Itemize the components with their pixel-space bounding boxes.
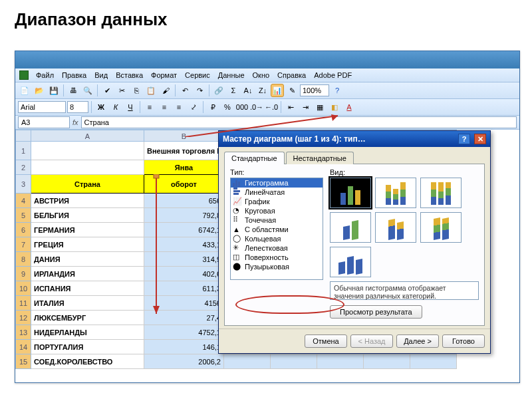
currency-button[interactable]: ₽ — [206, 100, 219, 114]
percent-button[interactable]: % — [221, 100, 234, 114]
cell[interactable] — [364, 354, 410, 369]
font-color-button[interactable]: A — [342, 100, 356, 114]
subtype-3d-100stacked[interactable] — [420, 212, 462, 243]
menu-adobepdf[interactable]: Adobe PDF — [311, 70, 355, 80]
italic-button[interactable]: К — [109, 100, 122, 114]
subtype-100stacked-column[interactable] — [420, 178, 462, 208]
fx-icon[interactable]: fx — [72, 118, 78, 126]
cell-turnover[interactable]: 792,8 — [144, 208, 224, 223]
cell[interactable] — [224, 354, 271, 369]
row-header[interactable]: 5 — [15, 208, 31, 223]
print-button[interactable]: 🖶 — [66, 84, 80, 97]
charttype-bubble[interactable]: ⬤Пузырьковая — [231, 262, 323, 271]
row-header[interactable]: 15 — [15, 354, 31, 369]
font-name-combo[interactable]: Arial — [18, 101, 66, 113]
paste-button[interactable]: 📋 — [144, 84, 158, 97]
cell[interactable] — [31, 142, 144, 160]
cell-country[interactable]: ИТАЛИЯ — [31, 296, 144, 311]
cell-country[interactable]: НИДЕРЛАНДЫ — [31, 325, 144, 340]
subtype-clustered-column[interactable] — [330, 178, 371, 208]
name-box[interactable]: A3 — [18, 116, 70, 128]
cell[interactable] — [31, 160, 144, 175]
underline-button[interactable]: Ч — [124, 100, 137, 114]
align-left-button[interactable]: ≡ — [143, 100, 156, 114]
menu-file[interactable]: Файл — [33, 70, 57, 80]
align-right-button[interactable]: ≡ — [172, 100, 186, 114]
charttype-surface[interactable]: ◫Поверхность — [231, 253, 323, 262]
next-button[interactable]: Далее > — [396, 334, 439, 348]
format-painter-button[interactable]: 🖌 — [159, 84, 172, 97]
row-header[interactable]: 6 — [15, 223, 31, 237]
bold-button[interactable]: Ж — [94, 100, 108, 114]
align-center-button[interactable]: ≡ — [158, 100, 171, 114]
row-header[interactable]: 8 — [15, 252, 31, 267]
autosum-button[interactable]: Σ — [227, 84, 240, 97]
cell-turnover[interactable]: 402,6 — [144, 267, 224, 281]
row-header[interactable]: 2 — [15, 160, 31, 175]
spell-button[interactable]: ✔ — [100, 84, 114, 97]
subtype-stacked-column[interactable] — [375, 178, 416, 208]
charttype-doughnut[interactable]: ◯Кольцевая — [231, 234, 323, 243]
sort-desc-button[interactable]: Z↓ — [256, 84, 269, 97]
decrease-indent-button[interactable]: ⇤ — [284, 100, 297, 114]
decrease-decimal-button[interactable]: ←.0 — [265, 100, 278, 114]
zoom-box[interactable]: 100% — [300, 84, 329, 96]
row-header[interactable]: 14 — [15, 340, 31, 354]
row-header[interactable]: 11 — [15, 296, 31, 311]
row-header[interactable]: 4 — [15, 194, 31, 208]
menu-tools[interactable]: Сервис — [182, 70, 213, 80]
select-all-corner[interactable] — [15, 130, 31, 142]
row-header[interactable]: 7 — [15, 237, 31, 252]
cell-country[interactable]: ГЕРМАНИЯ — [31, 223, 144, 237]
cell[interactable] — [410, 354, 457, 369]
cell-country[interactable]: ИРЛАНДИЯ — [31, 267, 144, 281]
cell-turnover[interactable]: 433,1 — [144, 237, 224, 252]
chart-type-listbox[interactable]: Гистограмма Линейчатая 📈График ◔Круговая… — [230, 178, 323, 280]
cell-turnover[interactable]: 6742,1 — [144, 223, 224, 237]
menu-insert[interactable]: Вставка — [112, 70, 146, 80]
row-header[interactable]: 12 — [15, 311, 31, 325]
dialog-help-button[interactable]: ? — [458, 134, 470, 144]
subtype-3d-stacked[interactable] — [375, 212, 416, 243]
formula-input[interactable]: Страна — [81, 116, 517, 128]
charttype-bar[interactable]: Линейчатая — [231, 188, 323, 197]
print-preview-button[interactable]: 🔍 — [81, 84, 94, 97]
col-header[interactable]: A — [31, 130, 144, 142]
redo-button[interactable]: ↷ — [193, 84, 206, 97]
col-header[interactable]: B — [144, 130, 224, 142]
menu-help[interactable]: Справка — [274, 70, 309, 80]
font-size-combo[interactable]: 8 — [67, 101, 88, 113]
cell-turnover[interactable]: 611,3 — [144, 281, 224, 296]
cell[interactable] — [317, 354, 364, 369]
charttype-histogram[interactable]: Гистограмма — [231, 178, 323, 188]
comma-button[interactable]: 000 — [235, 100, 249, 114]
cell-country[interactable]: АВСТРИЯ — [31, 194, 144, 208]
cell[interactable] — [271, 354, 317, 369]
cell-turnover[interactable]: 27,4 — [144, 311, 224, 325]
menu-format[interactable]: Формат — [148, 70, 180, 80]
link-button[interactable]: 🔗 — [212, 84, 225, 97]
header-country[interactable]: Страна — [31, 175, 144, 194]
undo-button[interactable]: ↶ — [178, 84, 192, 97]
menu-view[interactable]: Вид — [91, 70, 111, 80]
drawing-button[interactable]: ✎ — [285, 84, 299, 97]
menu-edit[interactable]: Правка — [59, 70, 90, 80]
finish-button[interactable]: Готово — [442, 334, 485, 348]
save-button[interactable]: 💾 — [47, 84, 61, 97]
preview-result-button[interactable]: Просмотр результата — [330, 305, 422, 319]
dialog-titlebar[interactable]: Мастер диаграмм (шаг 1 из 4): тип… ? ✕ — [219, 131, 490, 147]
subtype-3d-column[interactable] — [330, 247, 371, 277]
menu-data[interactable]: Данные — [215, 70, 248, 80]
increase-indent-button[interactable]: ⇥ — [299, 100, 312, 114]
tab-standard[interactable]: Стандартные — [224, 152, 285, 164]
menu-window[interactable]: Окно — [249, 70, 273, 80]
cell-country[interactable]: ДАНИЯ — [31, 252, 144, 267]
cell-country[interactable]: ПОРТУГАЛИЯ — [31, 340, 144, 354]
fill-color-button[interactable]: ◧ — [328, 100, 341, 114]
cell-turnover[interactable]: 4752,1 — [144, 325, 224, 340]
increase-decimal-button[interactable]: .0→ — [250, 100, 263, 114]
row-header[interactable]: 3 — [15, 175, 31, 194]
charttype-scatter[interactable]: ⠿Точечная — [231, 215, 323, 225]
cell-country[interactable]: ИСПАНИЯ — [31, 281, 144, 296]
cell-country[interactable]: ЛЮКСЕМБУРГ — [31, 311, 144, 325]
